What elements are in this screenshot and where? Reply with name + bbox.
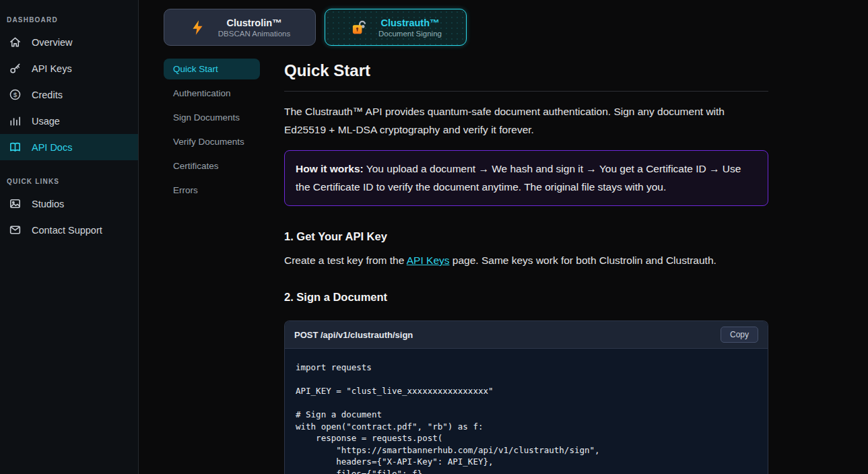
doc-nav-item-verify-documents[interactable]: Verify Documents: [164, 131, 260, 152]
sidebar-section-label: DASHBOARD: [7, 16, 138, 24]
code-content: import requests API_KEY = "clust_live_xx…: [285, 349, 768, 474]
sidebar-item-api-keys[interactable]: API Keys: [0, 55, 138, 81]
doc-nav-item-authentication[interactable]: Authentication: [164, 83, 260, 104]
code-block: POST /api/v1/clustrauth/sign Copy import…: [284, 320, 768, 474]
product-title: Clustrolin™: [218, 17, 290, 30]
sidebar-item-studios[interactable]: Studios: [0, 191, 138, 217]
sidebar: DASHBOARD Overview API Keys $ Credits Us…: [0, 0, 139, 474]
sidebar-item-label: Overview: [32, 37, 72, 48]
intro-paragraph: The Clustrauth™ API provides quantum-saf…: [284, 103, 768, 139]
heading-divider: [284, 91, 768, 92]
lock-icon: [349, 19, 367, 36]
product-tabs: Clustrolin™ DBSCAN Animations Clustrauth…: [164, 9, 868, 46]
image-icon: [9, 197, 22, 210]
copy-button[interactable]: Copy: [721, 327, 758, 343]
sidebar-item-credits[interactable]: $ Credits: [0, 81, 138, 108]
bar-chart-icon: [9, 114, 22, 127]
section1-text-after: page. Same keys work for both Clustrolin…: [450, 255, 716, 266]
sidebar-item-contact-support[interactable]: Contact Support: [0, 217, 138, 243]
mail-icon: [9, 224, 22, 236]
article: Quick Start The Clustrauth™ API provides…: [284, 57, 768, 474]
sidebar-item-label: API Keys: [32, 63, 72, 74]
sidebar-item-label: Usage: [32, 116, 60, 127]
page-title: Quick Start: [284, 61, 768, 80]
home-icon: [9, 36, 22, 48]
section1-paragraph: Create a test key from the API Keys page…: [284, 255, 768, 267]
sidebar-section-label: QUICK LINKS: [7, 178, 138, 185]
key-icon: [9, 62, 22, 75]
sidebar-item-usage[interactable]: Usage: [0, 108, 138, 134]
doc-nav: Quick Start Authentication Sign Document…: [164, 57, 284, 474]
svg-text:$: $: [13, 91, 18, 98]
main-area: Clustrolin™ DBSCAN Animations Clustrauth…: [139, 0, 868, 474]
section-heading-api-key: 1. Get Your API Key: [284, 230, 768, 243]
sidebar-item-label: Credits: [32, 90, 63, 100]
product-subtitle: Document Signing: [378, 30, 442, 38]
sidebar-item-overview[interactable]: Overview: [0, 29, 138, 55]
lightning-icon: [189, 19, 207, 36]
sidebar-item-label: Contact Support: [32, 225, 102, 236]
endpoint-label: POST /api/v1/clustrauth/sign: [294, 330, 413, 340]
doc-nav-item-sign-documents[interactable]: Sign Documents: [164, 107, 260, 128]
credits-icon: $: [9, 88, 22, 101]
content-row: Quick Start Authentication Sign Document…: [164, 57, 868, 474]
sidebar-section-dashboard: DASHBOARD Overview API Keys $ Credits Us…: [0, 16, 138, 160]
product-title: Clustrauth™: [378, 17, 442, 30]
doc-nav-item-quick-start[interactable]: Quick Start: [164, 59, 260, 79]
section1-text-before: Create a test key from the: [284, 255, 407, 266]
product-subtitle: DBSCAN Animations: [218, 30, 290, 38]
how-it-works-callout: How it works: You upload a document → We…: [284, 150, 768, 206]
sidebar-item-label: API Docs: [32, 142, 72, 153]
product-tab-clustrauth[interactable]: Clustrauth™ Document Signing: [325, 9, 467, 46]
doc-nav-item-certificates[interactable]: Certificates: [164, 156, 260, 176]
book-icon: [9, 141, 22, 154]
product-tab-text: Clustrauth™ Document Signing: [378, 17, 442, 38]
doc-nav-item-errors[interactable]: Errors: [164, 180, 260, 201]
sidebar-item-api-docs[interactable]: API Docs: [0, 134, 138, 160]
sidebar-item-label: Studios: [32, 199, 64, 209]
api-keys-link[interactable]: API Keys: [407, 255, 450, 266]
section-heading-sign-document: 2. Sign a Document: [284, 291, 768, 304]
product-tab-clustrolin[interactable]: Clustrolin™ DBSCAN Animations: [164, 9, 316, 46]
product-tab-text: Clustrolin™ DBSCAN Animations: [218, 17, 290, 38]
sidebar-section-quick-links: QUICK LINKS Studios Contact Support: [0, 178, 138, 243]
code-block-header: POST /api/v1/clustrauth/sign Copy: [285, 321, 768, 349]
callout-label: How it works:: [296, 163, 364, 174]
